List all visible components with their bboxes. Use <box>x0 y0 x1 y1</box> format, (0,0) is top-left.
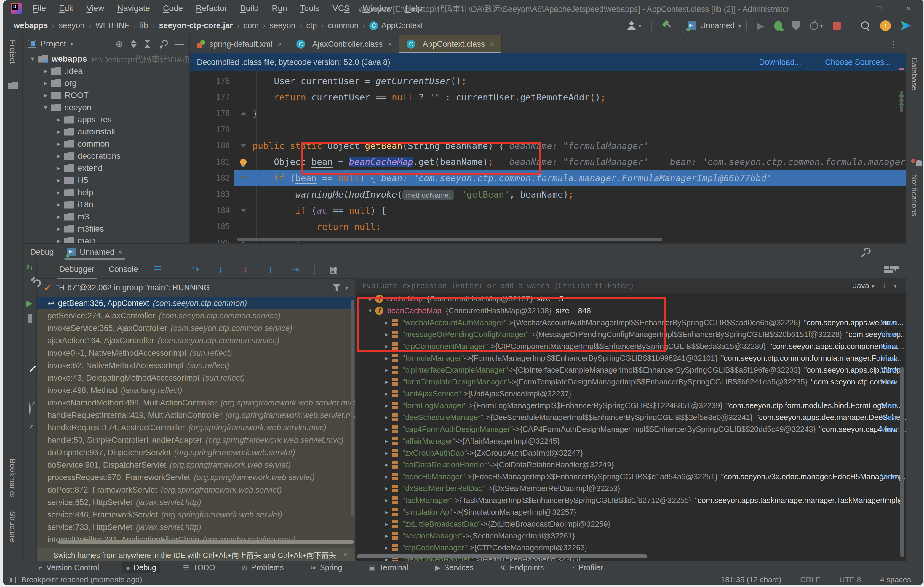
line-number[interactable]: 183 <box>190 190 234 199</box>
step-out-icon[interactable]: ↑ <box>265 265 277 275</box>
stop-button[interactable] <box>833 22 841 30</box>
tree-item-h5[interactable]: ▸H5 <box>23 174 189 186</box>
map-entry[interactable]: ▸"formLogManager" -> {FormLogManagerImpl… <box>356 400 906 411</box>
close-icon[interactable]: × <box>278 40 282 48</box>
chevron-icon[interactable]: ▾ <box>27 55 38 63</box>
show-execution-point-icon[interactable]: ☰ <box>152 264 163 275</box>
tool-button-notifications[interactable]: Notifications <box>910 174 919 216</box>
view-link[interactable]: View <box>881 472 897 481</box>
close-icon[interactable]: × <box>343 551 348 559</box>
stack-frame[interactable]: invoke:62, NativeMethodAccessorImpl(sun.… <box>37 359 355 372</box>
map-entry[interactable]: ▸"formulaManager" -> {FormulaManagerImpl… <box>356 352 906 364</box>
menu-item-file[interactable]: File <box>33 3 46 13</box>
settings-wrench-icon[interactable] <box>861 248 869 256</box>
line-number[interactable]: 184 <box>190 206 234 215</box>
editor-tab-appcontext.class[interactable]: CAppContext.class× <box>399 35 502 53</box>
breadcrumb-item-ctp[interactable]: ctp <box>307 21 317 30</box>
tool-window-button-todo[interactable]: ☰TODO <box>179 562 219 573</box>
chevron-icon[interactable]: ▸ <box>382 497 392 504</box>
chevron-icon[interactable]: ▸ <box>382 508 392 516</box>
pause-icon[interactable] <box>28 314 32 324</box>
stack-frame[interactable]: invoke0:-1, NativeMethodAccessorImpl(sun… <box>37 347 355 359</box>
tool-button-project[interactable]: Project <box>8 40 17 64</box>
chevron-icon[interactable]: ▸ <box>382 532 392 539</box>
tree-item-root[interactable]: ▸ROOT <box>23 89 189 101</box>
tool-button-structure[interactable]: Structure <box>8 511 17 543</box>
tree-item-seeyon[interactable]: ▾seeyon <box>23 101 189 113</box>
view-link[interactable]: View <box>881 413 897 422</box>
breadcrumb-item-seeyon[interactable]: seeyon <box>59 21 84 30</box>
map-entry[interactable]: ▸"simulationApi" -> {SimulationManagerIm… <box>356 506 906 518</box>
expand-all-icon[interactable] <box>131 40 137 48</box>
view-link[interactable]: View <box>881 377 897 386</box>
fold-marker-icon[interactable] <box>240 112 246 115</box>
fold-marker-icon[interactable] <box>240 209 246 212</box>
tool-window-button-terminal[interactable]: ▣Terminal <box>365 562 412 573</box>
tab-console[interactable]: Console <box>108 263 139 276</box>
menu-item-tools[interactable]: Tools <box>300 3 320 13</box>
rerun-icon[interactable]: ↻ <box>26 263 33 273</box>
stack-frame[interactable]: handleRequest:174, AbstractController(or… <box>37 421 355 434</box>
intention-bulb-icon[interactable] <box>240 159 247 165</box>
stack-frame[interactable]: invoke:43, DelegatingMethodAccessorImpl(… <box>37 372 355 384</box>
menu-item-build[interactable]: Build <box>240 3 259 13</box>
close-button[interactable]: × <box>894 0 923 16</box>
stack-frame[interactable]: getService:274, AjaxController(com.seeyo… <box>37 309 355 322</box>
project-panel-title[interactable]: Project <box>40 39 66 49</box>
folder-tool-icon[interactable] <box>8 82 18 89</box>
chevron-icon[interactable]: ▸ <box>382 426 392 433</box>
line-number[interactable]: 177 <box>190 93 234 102</box>
chevron-icon[interactable]: ▸ <box>53 176 64 184</box>
view-link[interactable]: View <box>881 425 897 434</box>
tool-button-bookmarks[interactable]: Bookmarks <box>8 459 17 497</box>
gutter-icon-cell[interactable] <box>234 209 252 212</box>
tree-item-decorations[interactable]: ▸decorations <box>23 150 189 162</box>
menu-item-refactor[interactable]: Refactor <box>196 3 227 13</box>
vars-vertical-scrollbar[interactable] <box>900 367 904 557</box>
language-selector[interactable]: Java ▾ <box>853 281 874 290</box>
debug-session-tab[interactable]: Unnamed × <box>67 244 122 260</box>
vars-horizontal-scrollbar[interactable] <box>357 554 647 558</box>
map-entry[interactable]: ▸"cap4FormAuthDesignManager" -> {CAP4For… <box>356 423 906 435</box>
fold-marker-icon[interactable] <box>240 241 246 243</box>
chevron-icon[interactable]: ▸ <box>382 473 392 480</box>
error-stripe[interactable] <box>899 56 904 243</box>
chevron-icon[interactable]: ▸ <box>53 164 64 172</box>
breadcrumb-item-seeyon-ctp-core.jar[interactable]: seeyon-ctp-core.jar <box>159 21 233 30</box>
tree-item-autoinstall[interactable]: ▸autoinstall <box>23 126 189 138</box>
stack-frame[interactable]: service:652, HttpServlet(javax.servlet.h… <box>37 496 355 508</box>
fold-marker-icon[interactable] <box>240 176 246 180</box>
code-editor[interactable]: 175public static String getRemoteAddr() … <box>190 71 906 243</box>
line-number[interactable]: 186 <box>190 238 234 243</box>
download-link[interactable]: Download... <box>759 58 801 67</box>
run-to-cursor-icon[interactable]: ⇥ <box>290 264 301 275</box>
close-icon[interactable]: × <box>490 40 494 48</box>
chevron-icon[interactable]: ▸ <box>382 461 392 468</box>
tool-window-button-spring[interactable]: ❧Spring <box>306 562 346 573</box>
options-wrench-icon[interactable] <box>159 40 166 48</box>
locate-file-icon[interactable]: ⊕ <box>116 39 123 49</box>
tool-window-button-debug[interactable]: ●Debug <box>122 562 160 573</box>
tree-item-i18n[interactable]: ▸i18n <box>23 199 189 210</box>
tree-item-help[interactable]: ▸help <box>23 186 189 199</box>
breadcrumb-item-seeyon[interactable]: seeyon <box>270 21 295 30</box>
tree-item-org[interactable]: ▸org <box>23 77 189 89</box>
chevron-icon[interactable]: ▸ <box>53 225 64 233</box>
run-button[interactable]: ▶ <box>757 20 764 31</box>
gutter-icon-cell[interactable] <box>234 159 252 165</box>
coverage-button[interactable] <box>792 21 800 30</box>
view-link[interactable]: View <box>881 318 897 327</box>
tool-window-button-services[interactable]: ▶Services <box>431 562 478 573</box>
resume-icon[interactable]: ▶ <box>26 298 33 308</box>
debug-button[interactable] <box>774 21 782 31</box>
chevron-icon[interactable]: ▸ <box>382 414 392 421</box>
view-link[interactable]: View <box>881 342 897 351</box>
map-entry[interactable]: ▸"zxLittleBroadcastDao" -> {ZxLittleBroa… <box>356 518 906 530</box>
tree-item-extend[interactable]: ▸extend <box>23 162 189 174</box>
close-icon[interactable]: × <box>388 40 392 48</box>
chevron-icon[interactable]: ▸ <box>382 485 392 492</box>
chevron-icon[interactable]: ▸ <box>53 152 64 160</box>
editor-tab-ajaxcontroller.class[interactable]: CAjaxController.class× <box>289 35 399 53</box>
user-menu[interactable]: ▾ <box>627 21 641 30</box>
stack-frame[interactable]: handle:50, SimpleControllerHandlerAdapte… <box>37 434 355 446</box>
